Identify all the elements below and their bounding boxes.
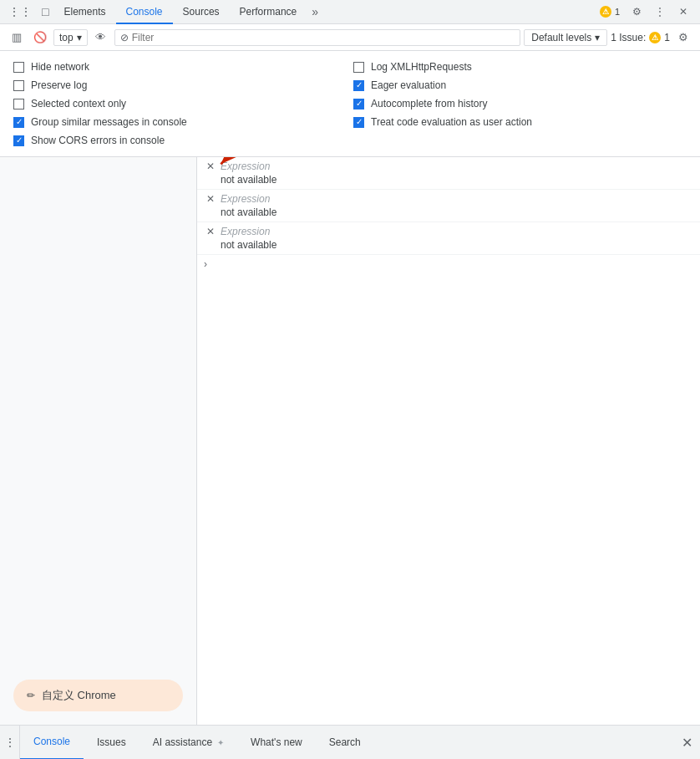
main-content: ✏ 自定义 Chrome ✕ Expression: [0, 157, 700, 725]
issue-warning-dot: ⚠: [649, 32, 661, 43]
checkbox-treat-code[interactable]: [353, 117, 364, 128]
setting-cors-errors-label: Show CORS errors in console: [31, 135, 165, 146]
checkbox-log-xhr[interactable]: [353, 62, 364, 73]
filter-icon: ⊘: [120, 32, 129, 43]
setting-group-similar-label: Group similar messages in console: [31, 116, 187, 128]
filter-input[interactable]: [132, 32, 515, 43]
bottom-close-btn[interactable]: ✕: [673, 726, 700, 760]
tab-sources[interactable]: Sources: [173, 0, 230, 24]
issue-badge: ⚠ 1: [593, 4, 626, 19]
bottom-tab-search[interactable]: Search: [316, 726, 374, 760]
setting-selected-context-label: Selected context only: [31, 98, 126, 110]
sidebar-left: ✏ 自定义 Chrome: [0, 157, 197, 725]
setting-treat-code-label: Treat code evaluation as user action: [371, 116, 532, 128]
setting-eager-eval-label: Eager evaluation: [371, 79, 446, 91]
setting-autocomplete-label: Autocomplete from history: [371, 98, 487, 110]
chevron-down-icon: ▾: [77, 32, 82, 43]
setting-treat-code[interactable]: Treat code evaluation as user action: [353, 116, 687, 128]
expression-row-2: ✕ Expression not available: [197, 190, 700, 222]
bottom-tab-search-label: Search: [329, 726, 361, 760]
console-gear-btn[interactable]: ⚙: [673, 28, 693, 48]
custom-chrome-button[interactable]: ✏ 自定义 Chrome: [13, 680, 183, 711]
expression-row-1: ✕ Expression not available: [197, 157, 700, 190]
tab-console[interactable]: Console: [116, 0, 173, 24]
setting-cors-errors[interactable]: Show CORS errors in console: [13, 135, 347, 146]
checkbox-preserve-log[interactable]: [13, 80, 24, 91]
expr-label-1: Expression: [221, 160, 270, 172]
expr-label-2: Expression: [221, 193, 270, 205]
setting-group-similar[interactable]: Group similar messages in console: [13, 116, 347, 128]
default-levels-label: Default levels: [531, 32, 591, 43]
checkbox-group-similar[interactable]: [13, 117, 24, 128]
bottom-tabbar: ⋮ Console Issues AI assistance ✦ What's …: [0, 725, 700, 759]
checkbox-selected-context[interactable]: [13, 99, 24, 110]
pencil-icon: ✏: [27, 690, 35, 701]
checkbox-eager-eval[interactable]: [353, 80, 364, 91]
devtools-tab-bar: ⋮⋮ □ Elements Console Sources Performanc…: [0, 0, 700, 24]
setting-eager-eval[interactable]: Eager evaluation: [353, 79, 687, 91]
bottom-tab-whats-new-label: What's new: [251, 726, 302, 760]
eye-btn[interactable]: 👁: [91, 28, 111, 48]
issue-dot: ⚠: [600, 6, 611, 18]
sidebar-toggle-btn[interactable]: ▥: [7, 28, 27, 48]
more-tabs-icon[interactable]: »: [307, 5, 323, 18]
checkbox-cors-errors[interactable]: [13, 135, 24, 146]
expr-close-3[interactable]: ✕: [204, 226, 217, 237]
checkbox-autocomplete[interactable]: [353, 99, 364, 110]
setting-selected-context[interactable]: Selected context only: [13, 98, 347, 110]
custom-chrome-label: 自定义 Chrome: [42, 688, 116, 703]
settings-panel: Hide network Preserve log Selected conte…: [0, 51, 700, 157]
expr-close-2[interactable]: ✕: [204, 193, 217, 205]
more-options-icon[interactable]: ⋮: [650, 2, 670, 22]
bottom-tab-issues[interactable]: Issues: [84, 726, 139, 760]
checkbox-hide-network[interactable]: [13, 62, 24, 73]
console-panel: ✕ Expression not available ✕ Expression …: [197, 157, 700, 725]
setting-preserve-log-label: Preserve log: [31, 79, 87, 91]
expression-row-3: ✕ Expression not available: [197, 222, 700, 255]
tab-performance[interactable]: Performance: [230, 0, 307, 24]
console-toolbar: ▥ 🚫 top ▾ 👁 ⊘ Default levels ▾ 1 Issue: …: [0, 24, 700, 51]
bottom-tab-whats-new[interactable]: What's new: [237, 726, 316, 760]
expr-value-2: not available: [204, 205, 690, 218]
bottom-tab-issues-label: Issues: [97, 726, 126, 760]
issue-count-label: 1 Issue: ⚠ 1: [611, 32, 670, 43]
bottom-tab-ai-label: AI assistance: [153, 726, 212, 760]
tab-elements[interactable]: Elements: [53, 0, 115, 24]
expr-label-3: Expression: [221, 226, 270, 237]
ai-assistance-icon: ✦: [217, 726, 224, 760]
bottom-tab-menu-icon[interactable]: ⋮: [0, 726, 20, 760]
setting-hide-network-label: Hide network: [31, 61, 89, 73]
clear-btn[interactable]: 🚫: [30, 28, 50, 48]
default-levels-select[interactable]: Default levels ▾: [524, 29, 607, 46]
context-value: top: [59, 32, 74, 43]
devtools-top-icons: ⚙ ⋮ ✕: [626, 2, 697, 22]
close-devtools-icon[interactable]: ✕: [673, 2, 693, 22]
bottom-tab-console-label: Console: [33, 725, 70, 759]
chevron-down-icon-2: ▾: [595, 32, 600, 43]
devtools-icon-1[interactable]: ⋮⋮: [3, 5, 37, 18]
setting-log-xhr[interactable]: Log XMLHttpRequests: [353, 61, 687, 73]
expr-value-3: not available: [204, 237, 690, 251]
setting-log-xhr-label: Log XMLHttpRequests: [371, 61, 472, 73]
devtools-icon-2[interactable]: □: [37, 5, 53, 18]
setting-preserve-log[interactable]: Preserve log: [13, 79, 347, 91]
settings-icon[interactable]: ⚙: [626, 2, 647, 22]
context-select[interactable]: top ▾: [53, 29, 88, 46]
bottom-tab-ai[interactable]: AI assistance ✦: [139, 726, 237, 760]
filter-input-container[interactable]: ⊘: [114, 29, 521, 46]
bottom-tab-console[interactable]: Console: [20, 726, 84, 760]
expr-close-1[interactable]: ✕: [204, 160, 217, 172]
expand-arrow-icon[interactable]: ›: [204, 258, 207, 270]
expressions-area: ✕ Expression not available ✕ Expression …: [197, 157, 700, 725]
expr-value-1: not available: [204, 172, 690, 186]
expand-row[interactable]: ›: [197, 255, 700, 273]
setting-autocomplete[interactable]: Autocomplete from history: [353, 98, 687, 110]
setting-hide-network[interactable]: Hide network: [13, 61, 347, 73]
issue-count: 1: [615, 7, 620, 17]
